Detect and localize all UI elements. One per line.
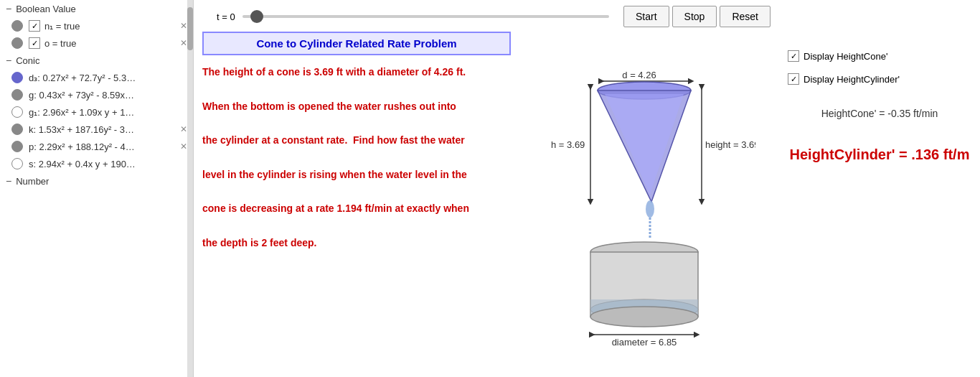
section-boolean-value[interactable]: − Boolean Value xyxy=(0,0,193,17)
stop-button[interactable]: Stop xyxy=(672,6,717,27)
g1-label: g₁: 2.96x² + 1.09x y + 1… xyxy=(29,107,134,118)
height-cone-rate-value: HeightCone' = -0.35 ft/min xyxy=(788,108,971,119)
k-close-icon[interactable]: ✕ xyxy=(180,124,187,134)
collapse-boolean-icon: − xyxy=(6,3,11,14)
p-label: p: 2.29x² + 188.12y² - 4… xyxy=(29,141,135,152)
o-circle xyxy=(11,37,23,49)
conic-item-p: p: 2.29x² + 188.12y² - 4… ✕ xyxy=(0,138,193,155)
boolean-item-o: ✓ o = true ✕ xyxy=(0,34,193,52)
time-slider-track[interactable] xyxy=(242,15,609,18)
diagram-svg: d = 4.26 h = 3.69 height = 3.69 xyxy=(533,58,755,345)
cylinder-bottom-ellipse xyxy=(590,307,698,327)
s-circle xyxy=(11,158,23,169)
display-heightcylinder-checkbox[interactable]: ✓ xyxy=(788,73,799,85)
section-boolean-label: Boolean Value xyxy=(16,4,76,14)
problem-area: Cone to Cylinder Related Rate Problem Th… xyxy=(202,32,511,371)
conic-item-d3: d₃: 0.27x² + 72.7y² - 5.3… xyxy=(0,69,193,86)
problem-text: The height of a cone is 3.69 ft with a d… xyxy=(202,64,511,252)
display-heightcone-label: Display HeightCone' xyxy=(804,51,887,62)
conic-item-g1: g₁: 2.96x² + 1.09x y + 1… xyxy=(0,103,193,121)
g-label: g: 0.43x² + 73y² - 8.59x… xyxy=(29,90,134,101)
height-cyl-rate-value: HeightCylinder' = .136 ft/m xyxy=(788,146,971,163)
display-heightcone-checkbox[interactable]: ✓ xyxy=(788,50,799,62)
n1-close-icon[interactable]: ✕ xyxy=(180,21,187,31)
collapse-number-icon: − xyxy=(6,175,11,187)
n1-label: n₁ = true xyxy=(44,21,80,32)
g1-circle xyxy=(11,106,23,118)
diameter-label: diameter = 6.85 xyxy=(612,337,677,345)
conic-item-s: s: 2.94x² + 0.4x y + 190… xyxy=(0,155,193,172)
right-panel: ✓ Display HeightCone' ✓ Display HeightCy… xyxy=(779,0,980,377)
g-circle xyxy=(11,89,23,101)
n1-checkbox[interactable]: ✓ xyxy=(29,20,40,32)
o-close-icon[interactable]: ✕ xyxy=(180,38,187,48)
problem-title: Cone to Cylinder Related Rate Problem xyxy=(202,32,511,55)
diagram-area: d = 4.26 h = 3.69 height = 3.69 xyxy=(518,32,771,371)
p-circle xyxy=(11,141,23,152)
left-panel: − Boolean Value ✓ n₁ = true ✕ ✓ o = true… xyxy=(0,0,194,377)
d-label: d = 4.26 xyxy=(622,70,656,80)
collapse-conic-icon: − xyxy=(6,55,11,66)
conic-item-g: g: 0.43x² + 73y² - 8.59x… xyxy=(0,86,193,103)
middle-area: Cone to Cylinder Related Rate Problem Th… xyxy=(202,32,771,371)
time-slider-thumb[interactable] xyxy=(250,10,263,23)
o-checkbox[interactable]: ✓ xyxy=(29,37,40,49)
height-label: height = 3.69 xyxy=(705,139,755,150)
reset-button[interactable]: Reset xyxy=(720,6,771,27)
n1-circle xyxy=(11,20,23,32)
time-slider-area: t = 0 xyxy=(202,11,623,22)
d3-circle xyxy=(11,72,23,83)
time-label: t = 0 xyxy=(217,11,235,22)
display-heightcone-row: ✓ Display HeightCone' xyxy=(788,50,971,62)
controls-area: Start Stop Reset xyxy=(623,6,771,27)
k-label: k: 1.53x² + 187.16y² - 3… xyxy=(29,124,134,135)
conic-item-k: k: 1.53x² + 187.16y² - 3… ✕ xyxy=(0,121,193,138)
k-circle xyxy=(11,124,23,135)
display-heightcylinder-row: ✓ Display HeightCylinder' xyxy=(788,73,971,85)
flow-drop xyxy=(646,200,654,218)
scroll-indicator xyxy=(187,0,193,377)
start-button[interactable]: Start xyxy=(623,6,669,27)
n1-checkbox-container: ✓ xyxy=(29,20,40,32)
o-checkbox-container: ✓ xyxy=(29,37,40,49)
boolean-item-n1: ✓ n₁ = true ✕ xyxy=(0,17,193,34)
d3-label: d₃: 0.27x² + 72.7y² - 5.3… xyxy=(29,73,136,83)
p-close-icon[interactable]: ✕ xyxy=(180,141,187,152)
s-label: s: 2.94x² + 0.4x y + 190… xyxy=(29,159,136,169)
h-label: h = 3.69 xyxy=(551,139,585,150)
section-conic-label: Conic xyxy=(16,55,39,66)
o-label: o = true xyxy=(44,38,76,49)
section-number-label: Number xyxy=(16,176,49,187)
section-number[interactable]: − Number xyxy=(0,172,193,190)
section-conic[interactable]: − Conic xyxy=(0,52,193,69)
display-heightcylinder-label: Display HeightCylinder' xyxy=(804,74,900,85)
main-content: t = 0 Start Stop Reset Cone to Cylinder … xyxy=(194,0,779,377)
top-row: t = 0 Start Stop Reset xyxy=(202,6,771,27)
